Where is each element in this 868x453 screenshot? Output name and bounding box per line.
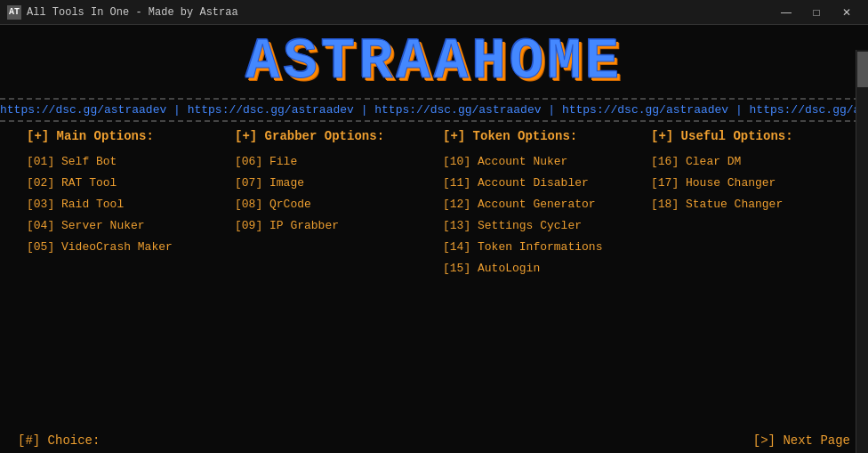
bottom-area: [#] Choice: [>] Next Page [0, 430, 868, 453]
menu-item-09[interactable]: [09] IP Grabber [235, 216, 425, 236]
scrollbar-thumb[interactable] [857, 52, 868, 87]
menu-item-12[interactable]: [12] Account Generator [443, 195, 633, 214]
menu-item-02[interactable]: [02] RAT Tool [27, 174, 217, 193]
menu-item-17[interactable]: [17] House Changer [651, 174, 841, 193]
menu-col-main: [+] Main Options: [01] Self Bot [02] RAT… [18, 129, 226, 430]
menu-col-token: [+] Token Options: [10] Account Nuker [1… [434, 129, 642, 430]
choice-label[interactable]: [#] Choice: [18, 433, 100, 448]
title-bar-left: AT All Tools In One - Made by Astraa [7, 5, 238, 20]
menu-item-03[interactable]: [03] Raid Tool [27, 195, 217, 214]
menu-item-08[interactable]: [08] QrCode [235, 195, 425, 214]
menu-grid: [+] Main Options: [01] Self Bot [02] RAT… [0, 129, 868, 430]
window-title: All Tools In One - Made by Astraa [27, 6, 238, 19]
menu-col-useful: [+] Useful Options: [16] Clear DM [17] H… [642, 129, 850, 430]
main-options-header: [+] Main Options: [27, 129, 217, 143]
menu-item-13[interactable]: [13] Settings Cycler [443, 216, 633, 236]
menu-item-14[interactable]: [14] Token Informations [443, 238, 633, 257]
main-content: ASTRAAHOME https://dsc.gg/astraadev | ht… [0, 25, 868, 453]
logo-text: ASTRAAHOME [245, 34, 623, 91]
menu-item-16[interactable]: [16] Clear DM [651, 152, 841, 172]
window-controls: — □ ✕ [772, 4, 861, 21]
minimize-button[interactable]: — [772, 4, 800, 21]
ticker-bar: https://dsc.gg/astraadev | https://dsc.g… [0, 98, 868, 122]
ticker-text: https://dsc.gg/astraadev | https://dsc.g… [0, 103, 868, 117]
menu-item-01[interactable]: [01] Self Bot [27, 152, 217, 172]
logo-area: ASTRAAHOME [0, 25, 868, 98]
app-icon: AT [7, 5, 21, 20]
title-bar: AT All Tools In One - Made by Astraa — □… [0, 0, 868, 25]
useful-options-header: [+] Useful Options: [651, 129, 841, 143]
close-button[interactable]: ✕ [832, 4, 861, 21]
menu-item-05[interactable]: [05] VideoCrash Maker [27, 238, 217, 257]
grabber-options-header: [+] Grabber Options: [235, 129, 425, 143]
menu-item-06[interactable]: [06] File [235, 152, 425, 172]
menu-item-11[interactable]: [11] Account Disabler [443, 174, 633, 193]
next-page-button[interactable]: [>] Next Page [753, 433, 850, 448]
menu-col-grabber: [+] Grabber Options: [06] File [07] Imag… [226, 129, 434, 430]
menu-item-18[interactable]: [18] Statue Changer [651, 195, 841, 214]
menu-item-10[interactable]: [10] Account Nuker [443, 152, 633, 172]
menu-item-04[interactable]: [04] Server Nuker [27, 216, 217, 236]
scrollbar[interactable] [856, 50, 868, 453]
maximize-button[interactable]: □ [802, 4, 831, 21]
menu-item-07[interactable]: [07] Image [235, 174, 425, 193]
token-options-header: [+] Token Options: [443, 129, 633, 143]
ticker-inner: https://dsc.gg/astraadev | https://dsc.g… [0, 103, 868, 117]
menu-item-15[interactable]: [15] AutoLogin [443, 259, 633, 279]
menu-area: [+] Main Options: [01] Self Bot [02] RAT… [0, 122, 868, 430]
